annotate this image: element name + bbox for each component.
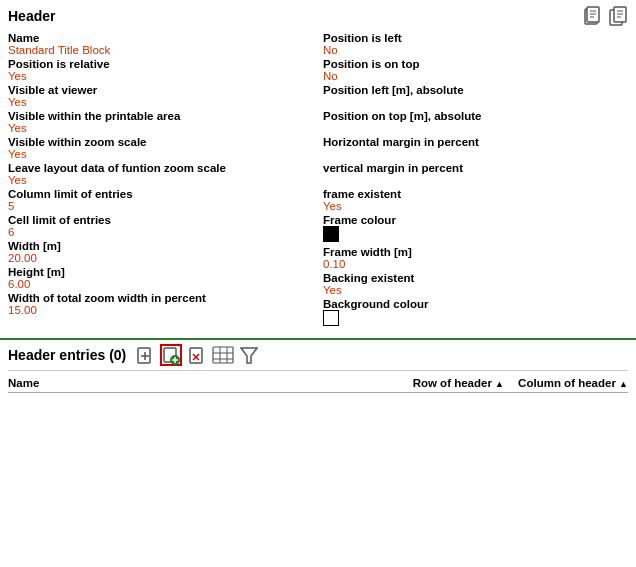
prop-position-left-abs: Position left [m], absolute bbox=[323, 84, 628, 108]
prop-frame-colour: Frame colour bbox=[323, 214, 628, 244]
prop-frame-existent: frame existent Yes bbox=[323, 188, 628, 212]
header-icon-group bbox=[582, 6, 628, 26]
prop-position-left: Position is left No bbox=[323, 32, 628, 56]
prop-visible-zoom: Visible within zoom scale Yes bbox=[8, 136, 313, 160]
prop-leave-layout: Leave layout data of funtion zoom scale … bbox=[8, 162, 313, 186]
prop-frame-width: Frame width [m] 0.10 bbox=[323, 246, 628, 270]
entries-add-icon[interactable] bbox=[134, 344, 156, 366]
left-col: Name Standard Title Block Position is re… bbox=[8, 32, 313, 330]
col-row-header[interactable]: Row of header ▲ bbox=[388, 377, 508, 389]
entries-table-header: Name Row of header ▲ Column of header ▲ bbox=[8, 377, 628, 393]
prop-name: Name Standard Title Block bbox=[8, 32, 313, 56]
prop-backing-existent: Backing existent Yes bbox=[323, 272, 628, 296]
prop-column-limit: Column limit of entries 5 bbox=[8, 188, 313, 212]
prop-width: Width [m] 20.00 bbox=[8, 240, 313, 264]
background-colour-swatch bbox=[323, 310, 339, 326]
entries-icon-group bbox=[134, 344, 260, 366]
prop-position-top: Position is on top No bbox=[323, 58, 628, 82]
entries-delete-icon[interactable] bbox=[186, 344, 208, 366]
col-col-header[interactable]: Column of header ▲ bbox=[508, 377, 628, 389]
header-section-header: Header bbox=[8, 6, 628, 26]
prop-width-zoom: Width of total zoom width in percent 15.… bbox=[8, 292, 313, 316]
copy-icon-2[interactable] bbox=[608, 6, 628, 26]
col-name-header: Name bbox=[8, 377, 388, 389]
prop-horiz-margin: Horizontal margin in percent bbox=[323, 136, 628, 160]
row-sort-icon: ▲ bbox=[495, 379, 504, 389]
header-title: Header bbox=[8, 8, 55, 24]
prop-visible-printable: Visible within the printable area Yes bbox=[8, 110, 313, 134]
prop-visible-viewer: Visible at viewer Yes bbox=[8, 84, 313, 108]
svg-rect-20 bbox=[213, 347, 233, 363]
entries-sort-icon[interactable] bbox=[212, 344, 234, 366]
entries-title: Header entries (0) bbox=[8, 347, 126, 363]
entries-section: Header entries (0) bbox=[0, 340, 636, 393]
frame-colour-swatch bbox=[323, 226, 339, 242]
prop-height: Height [m] 6.00 bbox=[8, 266, 313, 290]
prop-position-relative: Position is relative Yes bbox=[8, 58, 313, 82]
svg-rect-17 bbox=[190, 348, 202, 363]
copy-icon-1[interactable] bbox=[582, 6, 602, 26]
right-col: Position is left No Position is on top N… bbox=[323, 32, 628, 330]
prop-cell-limit: Cell limit of entries 6 bbox=[8, 214, 313, 238]
header-section: Header bbox=[0, 0, 636, 340]
entries-section-header: Header entries (0) bbox=[8, 344, 628, 371]
properties-grid: Name Standard Title Block Position is re… bbox=[8, 32, 628, 330]
prop-background-colour: Background colour bbox=[323, 298, 628, 328]
prop-vert-margin: vertical margin in percent bbox=[323, 162, 628, 186]
entries-filter-icon[interactable] bbox=[238, 344, 260, 366]
svg-marker-25 bbox=[241, 348, 257, 363]
col-sort-icon: ▲ bbox=[619, 379, 628, 389]
prop-position-top-abs: Position on top [m], absolute bbox=[323, 110, 628, 134]
entries-add-highlighted-icon[interactable] bbox=[160, 344, 182, 366]
